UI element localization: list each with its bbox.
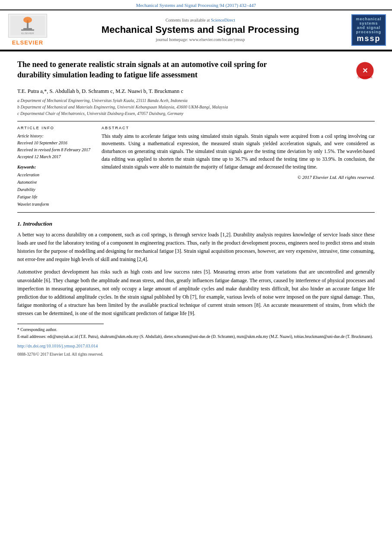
svg-text:ELSEVIER: ELSEVIER <box>21 32 34 35</box>
footnotes-block: * Corresponding author. E-mail addresses… <box>17 327 375 358</box>
email-addresses: edi@unsyiah.ac.id (T.E. Putra), shahrum@… <box>48 334 373 339</box>
article-info-label: ARTICLE INFO <box>17 126 93 130</box>
mssp-logo-text: mechanical systems and signal processing… <box>351 14 386 46</box>
abstract-text: This study aims to accelerate fatigue te… <box>102 133 375 171</box>
abstract-label: ABSTRACT <box>102 126 375 130</box>
intro-divider <box>17 212 375 213</box>
title-row: The need to generate realistic strain si… <box>17 59 375 85</box>
footnote-divider <box>17 324 104 324</box>
svg-text:CrossMark: CrossMark <box>358 76 373 79</box>
top-citation-text: Mechanical Systems and Signal Processing… <box>136 3 256 8</box>
doi-link[interactable]: http://dx.doi.org/10.1016/j.ymssp.2017.0… <box>17 343 375 350</box>
top-citation-bar: Mechanical Systems and Signal Processing… <box>0 0 392 10</box>
affiliations-block: a Department of Mechanical Engineering, … <box>17 97 375 117</box>
info-abstract-columns: ARTICLE INFO Article history: Received 1… <box>17 126 375 208</box>
journal-center-block: Contents lists available at ScienceDirec… <box>49 18 351 42</box>
affiliation-b: b Department of Mechanical and Materials… <box>17 104 375 110</box>
accepted-date: Accepted 12 March 2017 <box>17 153 93 160</box>
authors-line: T.E. Putra a,*, S. Abdullah b, D. Schram… <box>17 88 375 95</box>
issn-text: 0888-3270/© 2017 Elsevier Ltd. All right… <box>17 351 375 358</box>
abstract-col: ABSTRACT This study aims to accelerate f… <box>102 126 375 208</box>
keyword-1: Acceleration <box>17 171 93 178</box>
article-title: The need to generate realistic strain si… <box>17 59 268 80</box>
intro-paragraph-2: Automotive product development has risks… <box>17 268 375 318</box>
crossmark-logo: ✕ CrossMark <box>355 61 375 80</box>
keyword-4: Fatigue life <box>17 193 93 201</box>
svg-rect-1 <box>23 28 32 29</box>
article-info-col: ARTICLE INFO Article history: Received 1… <box>17 126 93 208</box>
mssp-abbrev: mssp <box>356 34 382 43</box>
keyword-5: Wavelet transform <box>17 201 93 208</box>
svg-text:✕: ✕ <box>362 67 368 74</box>
header-divider <box>17 121 375 121</box>
keywords-label: Keywords: <box>17 165 93 169</box>
history-label: Article history: <box>17 133 93 140</box>
intro-heading: 1. Introduction <box>17 220 375 227</box>
introduction-section: 1. Introduction A better way to access d… <box>17 220 375 318</box>
journal-homepage: journal homepage: www.elsevier.com/locat… <box>54 37 347 42</box>
keywords-list: Acceleration Automotive Durability Fatig… <box>17 171 93 208</box>
elsevier-brand-text: ELSEVIER <box>12 39 43 46</box>
keyword-3: Durability <box>17 186 93 193</box>
intro-paragraph-1: A better way to access durability on a c… <box>17 231 375 264</box>
article-history: Article history: Received 10 September 2… <box>17 133 93 160</box>
sciencedirect-link[interactable]: ScienceDirect <box>211 18 235 22</box>
journal-header: ELSEVIER ELSEVIER Contents lists availab… <box>0 10 392 50</box>
elsevier-logo-block: ELSEVIER ELSEVIER <box>6 14 49 46</box>
received-date: Received 10 September 2016 <box>17 140 93 146</box>
email-label: E-mail addresses: <box>17 334 46 339</box>
affiliation-c: c Departmental Chair of Mechatronics, Un… <box>17 110 375 117</box>
svg-point-3 <box>23 17 32 23</box>
copyright-text: © 2017 Elsevier Ltd. All rights reserved… <box>102 175 375 180</box>
available-text: Contents lists available at ScienceDirec… <box>54 18 347 22</box>
affiliation-a: a Department of Mechanical Engineering, … <box>17 97 375 104</box>
svg-rect-4 <box>21 29 34 31</box>
revised-date: Received in revised form 8 February 2017 <box>17 146 93 153</box>
keyword-2: Automotive <box>17 178 93 186</box>
paper-body: The need to generate realistic strain si… <box>0 51 392 362</box>
mssp-logo: mechanical systems and signal processing… <box>351 15 386 45</box>
elsevier-logo-image: ELSEVIER <box>8 14 47 38</box>
email-line: E-mail addresses: edi@unsyiah.ac.id (T.E… <box>17 334 375 340</box>
journal-title: Mechanical Systems and Signal Processing <box>54 24 347 35</box>
corresponding-author-note: * Corresponding author. <box>17 327 375 333</box>
